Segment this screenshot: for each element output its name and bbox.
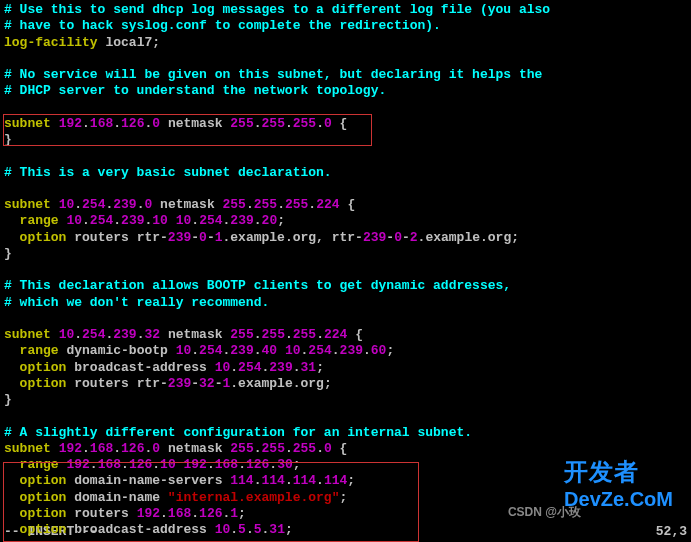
code-line[interactable]: option routers 192.168.126.1; xyxy=(4,506,687,522)
code-line[interactable] xyxy=(4,100,687,116)
code-line[interactable]: range 10.254.239.10 10.254.239.20; xyxy=(4,213,687,229)
code-line[interactable]: option domain-name "internal.example.org… xyxy=(4,490,687,506)
code-line[interactable]: # No service will be given on this subne… xyxy=(4,67,687,83)
code-line[interactable]: # This declaration allows BOOTP clients … xyxy=(4,278,687,294)
code-line[interactable] xyxy=(4,181,687,197)
code-line[interactable]: # This is a very basic subnet declaratio… xyxy=(4,165,687,181)
editor-area[interactable]: # Use this to send dhcp log messages to … xyxy=(4,2,687,538)
code-line[interactable]: } xyxy=(4,392,687,408)
code-line[interactable]: subnet 10.254.239.32 netmask 255.255.255… xyxy=(4,327,687,343)
code-line[interactable]: range 192.168.126.10 192.168.126.30; xyxy=(4,457,687,473)
code-line[interactable]: # DHCP server to understand the network … xyxy=(4,83,687,99)
code-line[interactable]: option broadcast-address 10.5.5.31; xyxy=(4,522,687,538)
code-line[interactable] xyxy=(4,311,687,327)
code-line[interactable] xyxy=(4,262,687,278)
code-line[interactable]: option domain-name-servers 114.114.114.1… xyxy=(4,473,687,489)
code-line[interactable]: # Use this to send dhcp log messages to … xyxy=(4,2,687,18)
code-line[interactable]: range dynamic-bootp 10.254.239.40 10.254… xyxy=(4,343,687,359)
code-line[interactable]: # A slightly different configuration for… xyxy=(4,425,687,441)
code-line[interactable]: # have to hack syslog.conf to complete t… xyxy=(4,18,687,34)
code-line[interactable]: } xyxy=(4,132,687,148)
code-line[interactable] xyxy=(4,51,687,67)
code-line[interactable] xyxy=(4,148,687,164)
code-line[interactable]: option routers rtr-239-32-1.example.org; xyxy=(4,376,687,392)
code-line[interactable]: subnet 192.168.126.0 netmask 255.255.255… xyxy=(4,441,687,457)
code-line[interactable]: log-facility local7; xyxy=(4,35,687,51)
code-line[interactable]: } xyxy=(4,246,687,262)
code-line[interactable]: subnet 10.254.239.0 netmask 255.255.255.… xyxy=(4,197,687,213)
code-line[interactable]: subnet 192.168.126.0 netmask 255.255.255… xyxy=(4,116,687,132)
code-line[interactable]: # which we don't really recommend. xyxy=(4,295,687,311)
code-line[interactable]: option routers rtr-239-0-1.example.org, … xyxy=(4,230,687,246)
code-line[interactable] xyxy=(4,408,687,424)
code-line[interactable]: option broadcast-address 10.254.239.31; xyxy=(4,360,687,376)
